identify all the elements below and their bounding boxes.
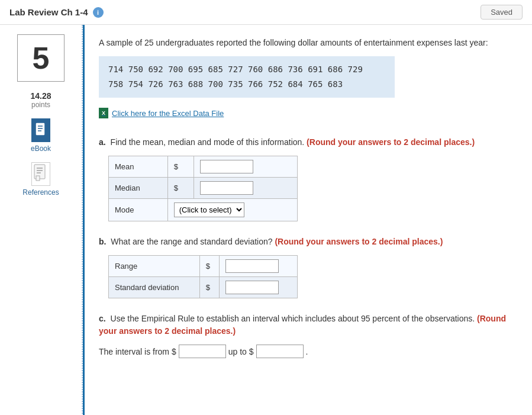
svg-rect-0 — [36, 123, 44, 135]
sidebar: 5 14.28 points eBook — [0, 25, 83, 415]
mean-dollar: $ — [167, 156, 194, 178]
table-row: Mean $ — [109, 156, 298, 178]
title-section: Lab Review Ch 1-4 i — [9, 7, 104, 18]
std-dev-label: Standard deviation — [109, 277, 200, 298]
part-b-text: What are the range and standard deviatio… — [111, 237, 272, 246]
mode-select[interactable]: (Click to select) 686 700 714 — [174, 202, 244, 217]
range-input-cell — [220, 256, 298, 277]
interval-text1: The interval is from $ — [99, 347, 176, 356]
interval-text3: . — [306, 347, 308, 356]
part-c-section: c. Use the Empirical Rule to establish a… — [99, 313, 518, 358]
excel-link[interactable]: X Click here for the Excel Data File — [99, 108, 224, 118]
data-row-2: 758 754 726 763 688 700 735 766 752 684 … — [108, 77, 385, 92]
range-dollar: $ — [199, 256, 220, 277]
part-a-table: Mean $ Median $ Mode (Click to select) — [108, 156, 298, 221]
content-area: A sample of 25 undergraduates reported t… — [83, 25, 532, 415]
points-value: 14.28 — [30, 91, 51, 101]
top-bar: Lab Review Ch 1-4 i Saved — [0, 0, 532, 25]
sidebar-references[interactable]: References — [22, 162, 59, 197]
data-row-1: 714 750 692 700 695 685 727 760 686 736 … — [108, 62, 385, 77]
std-dev-input[interactable] — [225, 281, 279, 294]
data-table: 714 750 692 700 695 685 727 760 686 736 … — [99, 56, 395, 98]
range-label: Range — [109, 256, 200, 277]
sidebar-ebook[interactable]: eBook — [31, 118, 51, 153]
part-b-round-note: (Round your answers to 2 decimal places.… — [275, 237, 443, 246]
main-layout: 5 14.28 points eBook — [0, 25, 532, 415]
part-b-table: Range $ Standard deviation $ — [108, 255, 298, 298]
problem-intro: A sample of 25 undergraduates reported t… — [99, 37, 518, 49]
part-c-question: c. Use the Empirical Rule to establish a… — [99, 313, 518, 337]
page-title: Lab Review Ch 1-4 — [9, 7, 88, 17]
median-input[interactable] — [200, 181, 253, 195]
part-a-round-note: (Round your answers to 2 decimal places.… — [307, 137, 475, 147]
table-row: Standard deviation $ — [109, 277, 298, 298]
std-dev-input-cell — [220, 277, 298, 298]
excel-icon: X — [99, 108, 108, 118]
question-number-box: 5 — [17, 34, 65, 82]
mode-select-cell: (Click to select) 686 700 714 — [167, 199, 297, 221]
part-b-section: b. What are the range and standard devia… — [99, 236, 518, 298]
part-b-question: b. What are the range and standard devia… — [99, 236, 518, 248]
interval-from-input[interactable] — [179, 345, 226, 358]
points-label: points — [30, 101, 51, 109]
question-number: 5 — [33, 40, 50, 76]
part-c-text: Use the Empirical Rule to establish an i… — [111, 314, 475, 323]
saved-button: Saved — [481, 5, 523, 20]
interval-to-input[interactable] — [256, 345, 304, 358]
ebook-icon — [31, 118, 50, 142]
ebook-label: eBook — [31, 144, 51, 153]
part-c-label: c. — [99, 314, 106, 323]
table-row: Mode (Click to select) 686 700 714 — [109, 199, 298, 221]
median-label: Median — [109, 178, 168, 199]
part-a-label: a. — [99, 137, 106, 147]
references-icon — [31, 162, 50, 186]
mode-label: Mode — [109, 199, 168, 221]
std-dev-dollar: $ — [199, 277, 220, 298]
part-b-label: b. — [99, 237, 106, 246]
interval-section: The interval is from $ up to $ . — [99, 345, 518, 358]
table-row: Median $ — [109, 178, 298, 199]
mean-input[interactable] — [200, 160, 253, 173]
table-row: Range $ — [109, 256, 298, 277]
median-dollar: $ — [167, 178, 194, 199]
interval-text2: up to $ — [228, 347, 254, 356]
excel-link-text: Click here for the Excel Data File — [112, 109, 224, 118]
info-icon[interactable]: i — [93, 7, 104, 18]
median-input-cell — [194, 178, 298, 199]
part-a-text: Find the mean, median and mode of this i… — [111, 137, 305, 147]
references-label: References — [22, 188, 59, 197]
part-a-question: a. Find the mean, median and mode of thi… — [99, 136, 518, 149]
mean-input-cell — [194, 156, 298, 178]
svg-rect-8 — [36, 176, 40, 181]
range-input[interactable] — [225, 259, 279, 273]
points-section: 14.28 points — [30, 91, 51, 109]
part-a-section: a. Find the mean, median and mode of thi… — [99, 136, 518, 221]
mean-label: Mean — [109, 156, 168, 178]
